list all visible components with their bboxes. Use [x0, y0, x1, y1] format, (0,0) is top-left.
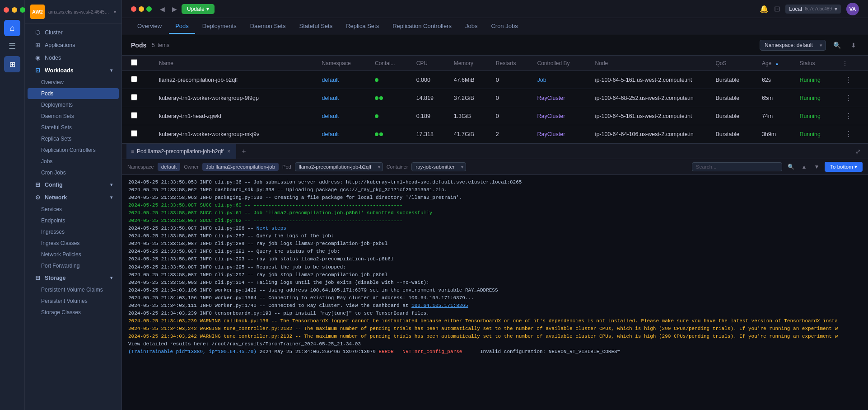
log-nav-up-button[interactable]: ▲: [800, 163, 809, 171]
log-nav-down-button[interactable]: ▼: [812, 163, 821, 171]
update-button[interactable]: Update ▾: [182, 4, 215, 14]
row-checkbox[interactable]: [131, 94, 137, 100]
local-cluster-selector[interactable]: Local 6c7e7dac489 ▾: [785, 5, 841, 14]
log-panel-tab[interactable]: ≡ Pod llama2-precompilation-job-b2qlf ×: [126, 144, 236, 159]
col-cpu[interactable]: CPU: [411, 56, 448, 71]
sidebar-item-port-forwarding[interactable]: Port Forwarding: [28, 260, 119, 271]
sidebar-item-endpoints[interactable]: Endpoints: [28, 215, 119, 226]
tab-replica-sets[interactable]: Replica Sets: [340, 19, 385, 34]
sidebar-group-config[interactable]: ⊟ Config ▾: [28, 179, 119, 191]
col-containers[interactable]: Contai...: [369, 56, 411, 71]
log-line: 2024-05-25 21:34:03,242 WARNING tune_con…: [128, 333, 862, 340]
sidebar-item-cron-jobs[interactable]: Cron Jobs: [28, 167, 119, 178]
namespace-link[interactable]: default: [322, 113, 339, 119]
sidebar-group-workloads[interactable]: ⊡ Workloads ▾: [28, 64, 119, 76]
notification-icon[interactable]: 🔔: [760, 5, 769, 13]
search-icon-button[interactable]: 🔍: [786, 163, 796, 171]
tab-daemon-sets[interactable]: Daemon Sets: [244, 19, 292, 34]
sidebar-item-replication-controllers[interactable]: Replication Controllers: [28, 145, 119, 156]
dashboard-link[interactable]: 100.64.105.171:8265: [411, 303, 468, 308]
grid-icon-btn[interactable]: ⊞: [4, 56, 20, 72]
sidebar-item-pv[interactable]: Persistent Volumes: [28, 296, 119, 306]
container-select[interactable]: ray-job-submitter: [411, 162, 466, 171]
select-all-checkbox[interactable]: [131, 59, 137, 66]
main-fullscreen-dot[interactable]: [146, 6, 152, 12]
tab-replication-controllers[interactable]: Replication Controllers: [386, 19, 458, 34]
controlled-by-link[interactable]: RayCluster: [537, 95, 565, 101]
nav-back-button[interactable]: ◀: [157, 4, 168, 14]
controlled-by-link[interactable]: Job: [537, 77, 546, 83]
sidebar-item-daemon-sets[interactable]: Daemon Sets: [28, 111, 119, 122]
list-icon-btn[interactable]: ☰: [4, 38, 20, 54]
col-memory[interactable]: Memory: [448, 56, 490, 71]
namespace-select[interactable]: Namespace: default kube-system All Names…: [760, 40, 826, 51]
sidebar-item-pvc[interactable]: Persistent Volume Claims: [28, 284, 119, 295]
row-age-cell: 65m: [756, 89, 794, 107]
tab-stateful-sets[interactable]: Stateful Sets: [293, 19, 339, 34]
col-controlled-by[interactable]: Controlled By: [532, 56, 589, 71]
sidebar-item-applications[interactable]: ⊞ Applications: [28, 39, 119, 51]
col-namespace[interactable]: Namespace: [317, 56, 369, 71]
cluster-selector[interactable]: AW2 arn:aws:eks:us-west-2:464566837... ▾: [25, 0, 121, 24]
network-chevron-icon: ▾: [110, 195, 112, 200]
sidebar-item-pods[interactable]: Pods: [28, 88, 119, 99]
sidebar-item-cluster[interactable]: ⬡ Cluster: [28, 26, 119, 38]
home-icon-btn[interactable]: ⌂: [4, 20, 20, 36]
nav-forward-button[interactable]: ▶: [169, 4, 180, 14]
col-name[interactable]: Name: [154, 56, 302, 71]
main-minimize-dot[interactable]: [139, 6, 144, 12]
tab-overview[interactable]: Overview: [131, 19, 168, 34]
tab-jobs[interactable]: Jobs: [459, 19, 484, 34]
namespace-link[interactable]: default: [322, 131, 339, 137]
log-search-input[interactable]: [692, 162, 782, 171]
row-qos-cell: Burstable: [710, 107, 756, 125]
row-checkbox[interactable]: [131, 76, 137, 82]
monitor-icon[interactable]: ⊡: [774, 5, 780, 13]
log-link[interactable]: (TrainTrainable pid=13889, ip=100.64.45.…: [128, 349, 257, 354]
sidebar-item-services[interactable]: Services: [28, 204, 119, 215]
row-more-button[interactable]: ⋮: [842, 75, 855, 85]
row-more-button[interactable]: ⋮: [842, 129, 855, 139]
panel-resize-button[interactable]: ⤢: [853, 147, 863, 156]
col-node[interactable]: Node: [590, 56, 710, 71]
log-content[interactable]: 2024-05-25 21:33:58,053 INFO cli.py:36 -…: [122, 175, 868, 410]
sidebar-group-storage[interactable]: ⊟ Storage ▾: [28, 272, 119, 284]
sidebar-item-overview[interactable]: Overview: [28, 77, 119, 88]
controlled-by-link[interactable]: RayCluster: [537, 131, 565, 137]
col-qos[interactable]: QoS: [710, 56, 756, 71]
panel-close-button[interactable]: ×: [226, 148, 231, 155]
sidebar-item-storage-classes[interactable]: Storage Classes: [28, 307, 119, 318]
to-bottom-button[interactable]: To bottom ▾: [825, 162, 863, 172]
sidebar-item-nodes[interactable]: ◉ Nodes: [28, 52, 119, 64]
col-status[interactable]: Status: [794, 56, 836, 71]
main-close-dot[interactable]: [131, 6, 136, 12]
sidebar-item-deployments[interactable]: Deployments: [28, 99, 119, 110]
user-avatar[interactable]: VA: [846, 3, 859, 15]
col-restarts[interactable]: Restarts: [490, 56, 532, 71]
col-age[interactable]: Age ▲: [756, 56, 794, 71]
namespace-link[interactable]: default: [322, 77, 339, 83]
sidebar-item-replica-sets[interactable]: Replica Sets: [28, 133, 119, 144]
close-dot[interactable]: [4, 7, 9, 13]
row-checkbox[interactable]: [131, 130, 137, 137]
panel-add-button[interactable]: +: [239, 147, 248, 156]
config-icon: ⊟: [34, 181, 41, 188]
minimize-dot[interactable]: [12, 7, 17, 13]
sidebar-item-network-policies[interactable]: Network Policies: [28, 249, 119, 260]
pod-select[interactable]: llama2-precompilation-job-b2qlf: [295, 162, 383, 171]
row-more-button[interactable]: ⋮: [842, 93, 855, 103]
sidebar-item-stateful-sets[interactable]: Stateful Sets: [28, 122, 119, 133]
row-more-button[interactable]: ⋮: [842, 111, 855, 121]
tab-cron-jobs[interactable]: Cron Jobs: [485, 19, 524, 34]
search-pods-button[interactable]: 🔍: [831, 40, 844, 51]
sidebar-item-ingresses[interactable]: Ingresses: [28, 226, 119, 237]
row-checkbox[interactable]: [131, 112, 137, 118]
tab-deployments[interactable]: Deployments: [196, 19, 243, 34]
controlled-by-link[interactable]: RayCluster: [537, 113, 565, 119]
sidebar-group-network[interactable]: ⊙ Network ▾: [28, 191, 119, 203]
tab-pods[interactable]: Pods: [169, 19, 195, 34]
namespace-link[interactable]: default: [322, 95, 339, 101]
sidebar-item-jobs[interactable]: Jobs: [28, 156, 119, 167]
download-button[interactable]: ⬇: [848, 40, 859, 51]
sidebar-item-ingress-classes[interactable]: Ingress Classes: [28, 238, 119, 249]
